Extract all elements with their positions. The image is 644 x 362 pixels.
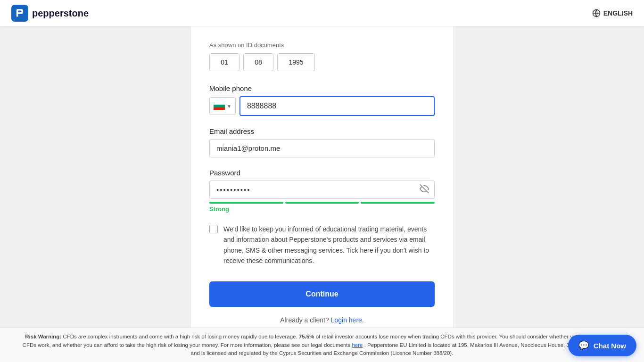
dob-year[interactable] [277,53,315,71]
globe-icon [592,9,601,17]
logo-text: pepperstone [32,8,89,19]
email-label: Email address [209,127,435,135]
pepperstone-logo-icon [11,5,28,22]
dob-month[interactable] [243,53,273,71]
logo: pepperstone [11,5,89,22]
strength-segment-1 [209,202,283,204]
bulgaria-flag [214,102,225,110]
strength-bar [209,202,435,204]
chat-now-button[interactable]: 💬 Chat Now [568,335,636,356]
risk-warning-title: Risk Warning: [25,334,61,339]
risk-warning-text: CFDs are complex instruments and come wi… [63,334,298,339]
country-flag-selector[interactable]: ▼ [209,97,236,115]
consent-checkbox[interactable] [209,225,218,233]
continue-button[interactable]: Continue [209,281,435,307]
email-input[interactable] [209,139,435,157]
phone-row: ▼ [209,96,435,116]
page-body: As shown on ID documents Mobile phone ▼ [0,0,644,362]
strength-label: Strong [209,206,435,213]
language-label: ENGLISH [603,9,633,17]
already-client-text: Already a client? Login here. [209,316,435,324]
toggle-password-icon[interactable] [420,184,429,196]
dob-row [209,53,435,71]
email-group: Email address [209,127,435,157]
password-group: Password Strong [209,169,435,213]
password-label: Password [209,169,435,177]
strength-segment-2 [285,202,359,204]
dob-day[interactable] [209,53,239,71]
login-link[interactable]: Login here. [331,316,364,324]
form-card: As shown on ID documents Mobile phone ▼ [190,26,454,343]
dob-label: As shown on ID documents [209,41,435,49]
dob-section: As shown on ID documents [209,41,435,71]
chat-now-label: Chat Now [594,342,626,350]
strength-segment-3 [361,202,435,204]
phone-input[interactable] [239,96,435,116]
header: pepperstone ENGLISH [0,0,644,26]
mobile-phone-label: Mobile phone [209,84,435,92]
language-selector[interactable]: ENGLISH [592,9,633,17]
chevron-down-icon: ▼ [227,104,231,109]
risk-legal-link[interactable]: here [352,342,363,348]
consent-row: We'd like to keep you informed of educat… [209,224,435,266]
password-wrapper [209,181,435,199]
flag-stripe-red [214,107,225,110]
password-input[interactable] [209,181,435,199]
risk-percent: 75.5% [299,334,314,339]
risk-footer: Risk Warning: CFDs are complex instrumen… [0,328,644,362]
consent-text: We'd like to keep you informed of educat… [223,224,435,266]
mobile-phone-group: Mobile phone ▼ [209,84,435,116]
chat-bubble-icon: 💬 [578,340,589,351]
already-client-label: Already a client? [280,316,329,324]
